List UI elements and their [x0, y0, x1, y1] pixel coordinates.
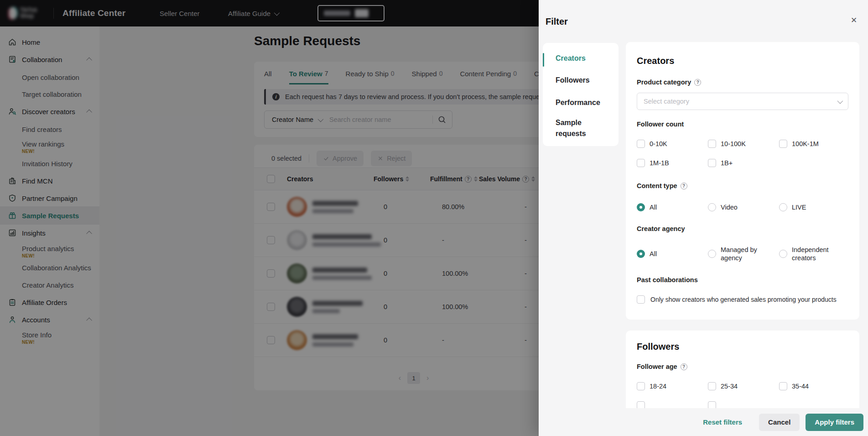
creator-agency-option[interactable]: Managed by agency [708, 244, 779, 263]
option-label: 1M-1B [650, 159, 669, 167]
reset-filters-button[interactable]: Reset filters [703, 418, 742, 426]
select-placeholder: Select category [644, 98, 837, 105]
checkbox-icon[interactable] [637, 295, 645, 304]
checkbox-icon[interactable] [708, 140, 716, 148]
filter-footer: Reset filters Cancel Apply filters [539, 408, 868, 436]
content-type-label-text: Content type [637, 182, 677, 189]
checkbox-icon[interactable] [637, 140, 645, 148]
option-label: 100K-1M [792, 140, 819, 148]
follower-age-option[interactable]: 25-34 [708, 377, 779, 396]
followers-heading: Followers [637, 341, 679, 352]
follower-count-label: Follower count [637, 121, 684, 128]
follower-count-label-text: Follower count [637, 121, 684, 128]
follower-count-option[interactable]: 0-10K [637, 134, 708, 153]
follower-age-option[interactable]: 35-44 [779, 377, 850, 396]
filter-section-followers: Followers Follower age ? 18-2425-3435-44 [626, 331, 859, 408]
past-collaborations-label: Past collaborations [637, 276, 698, 284]
follower-count-option[interactable]: 1M-1B [637, 153, 708, 173]
checkbox-icon[interactable] [779, 140, 787, 148]
follower-count-option[interactable]: 10-100K [708, 134, 779, 153]
checkbox-icon[interactable] [637, 159, 645, 167]
radio-icon[interactable] [779, 203, 787, 211]
cancel-button[interactable]: Cancel [759, 414, 800, 431]
content-type-option[interactable]: LIVE [779, 198, 850, 217]
radio-icon[interactable] [708, 203, 716, 211]
creators-heading: Creators [637, 56, 674, 66]
radio-icon[interactable] [637, 250, 645, 258]
filter-panel: Filter ✕ CreatorsFollowersPerformanceSam… [539, 0, 868, 436]
option-label: 1B+ [721, 159, 733, 167]
option-label: 0-10K [650, 140, 667, 148]
follower-age-label: Follower age ? [637, 363, 687, 370]
checkbox-icon[interactable] [637, 382, 645, 390]
content-type-label: Content type ? [637, 182, 687, 189]
option-label: Video [721, 203, 738, 211]
radio-icon[interactable] [779, 250, 787, 258]
product-category-select[interactable]: Select category [637, 93, 848, 110]
follower-age-option[interactable]: 18-24 [637, 377, 708, 396]
follower-age-option-partial[interactable] [637, 396, 708, 408]
option-label: 10-100K [721, 140, 746, 148]
filter-panel-body: Creators Product category ? Select categ… [539, 0, 868, 408]
creator-agency-option[interactable]: Independent creators [779, 244, 850, 263]
content-type-option[interactable]: All [637, 198, 708, 217]
past-collaborations-checkbox-label: Only show creators who generated sales p… [650, 296, 837, 303]
follower-age-option-partial[interactable] [708, 396, 779, 408]
apply-filters-button[interactable]: Apply filters [806, 414, 863, 431]
filter-section-creators: Creators Product category ? Select categ… [626, 42, 859, 320]
option-label: All [650, 250, 657, 258]
follower-count-options: 0-10K10-100K100K-1M1M-1B1B+ [637, 134, 850, 173]
radio-icon[interactable] [708, 250, 716, 258]
option-label: All [650, 203, 657, 211]
radio-icon[interactable] [637, 203, 645, 211]
creator-agency-label: Creator agency [637, 225, 685, 232]
checkbox-icon[interactable] [779, 382, 787, 390]
option-label: 35-44 [792, 382, 809, 390]
follower-count-option[interactable]: 100K-1M [779, 134, 850, 153]
creator-agency-label-text: Creator agency [637, 225, 685, 232]
question-circle-icon[interactable]: ? [681, 183, 687, 189]
option-label: 18-24 [650, 382, 666, 390]
content-type-options: AllVideoLIVE [637, 198, 850, 217]
content-type-option[interactable]: Video [708, 198, 779, 217]
option-label: Managed by agency [721, 246, 779, 262]
question-circle-icon[interactable]: ? [681, 363, 687, 370]
affiliate-center-app: TikTok Shop Affiliate Center Seller Cent… [0, 0, 868, 436]
checkbox-icon[interactable] [708, 159, 716, 167]
question-circle-icon[interactable]: ? [694, 79, 701, 86]
checkbox-icon[interactable] [637, 401, 645, 408]
option-label: 25-34 [721, 382, 738, 390]
product-category-label: Product category ? [637, 79, 701, 86]
follower-age-options: 18-2425-3435-44 [637, 377, 850, 408]
checkbox-icon[interactable] [708, 382, 716, 390]
option-label: Independent creators [792, 246, 850, 262]
checkbox-icon[interactable] [708, 401, 716, 408]
creator-agency-option[interactable]: All [637, 244, 708, 263]
creator-agency-options: AllManaged by agencyIndependent creators [637, 244, 850, 263]
product-category-label-text: Product category [637, 79, 691, 86]
option-label: LIVE [792, 203, 806, 211]
past-collaborations-label-text: Past collaborations [637, 276, 698, 284]
past-collaborations-checkbox[interactable]: Only show creators who generated sales p… [637, 295, 837, 304]
follower-age-label-text: Follower age [637, 363, 677, 370]
chevron-down-icon [837, 98, 843, 104]
follower-count-option[interactable]: 1B+ [708, 153, 779, 173]
